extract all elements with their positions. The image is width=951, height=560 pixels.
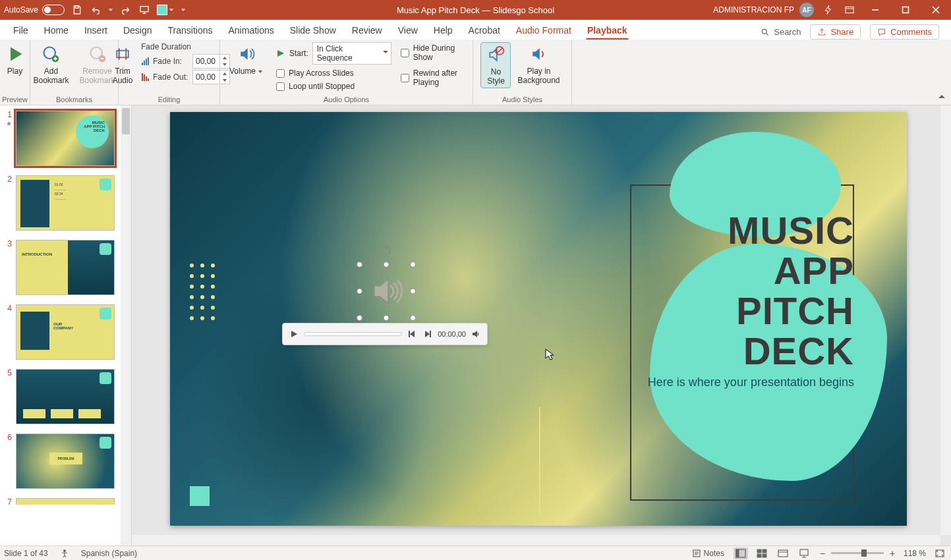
tab-file[interactable]: File	[5, 21, 36, 40]
tab-design[interactable]: Design	[115, 21, 160, 40]
shape-fill-quick[interactable]	[157, 5, 174, 15]
slide-position[interactable]: Slide 1 of 43	[4, 549, 48, 558]
fade-in-label: Fade In:	[153, 57, 190, 66]
save-icon[interactable]	[71, 4, 83, 16]
fade-out-input[interactable]	[193, 71, 219, 83]
resize-handle[interactable]	[357, 262, 362, 267]
slideshow-view-button[interactable]	[797, 547, 811, 559]
player-volume-icon[interactable]	[470, 328, 482, 340]
player-skip-forward-icon[interactable]	[422, 328, 434, 340]
player-play-icon[interactable]	[288, 328, 300, 340]
zoom-out-button[interactable]: −	[818, 549, 827, 558]
present-from-beginning-icon[interactable]	[138, 4, 150, 16]
play-in-background-button[interactable]: Play in Background	[513, 42, 563, 88]
redo-icon[interactable]	[120, 4, 132, 16]
volume-button[interactable]: Volume	[225, 42, 267, 78]
undo-dropdown-icon[interactable]	[108, 7, 113, 13]
autosave-toggle[interactable]: AutoSave	[4, 5, 65, 15]
group-label-bookmarks: Bookmarks	[56, 94, 92, 103]
play-button[interactable]: Play	[1, 42, 30, 78]
resize-handle[interactable]	[357, 289, 362, 294]
comments-button[interactable]: Comments	[870, 24, 939, 40]
notes-button[interactable]: Notes	[689, 549, 727, 558]
tab-acrobat[interactable]: Acrobat	[461, 21, 508, 40]
tab-transitions[interactable]: Transitions	[160, 21, 221, 40]
slide-canvas[interactable]: MUSIC APP PITCH DECK Here is where your …	[170, 112, 907, 526]
slide-sorter-view-button[interactable]	[755, 547, 769, 559]
accessibility-checker-button[interactable]	[57, 549, 72, 558]
fit-to-window-button[interactable]	[933, 547, 947, 559]
notes-icon	[692, 549, 701, 558]
resize-handle[interactable]	[410, 262, 416, 267]
resize-handle[interactable]	[410, 289, 416, 294]
tab-home[interactable]: Home	[36, 21, 76, 40]
slide-editor[interactable]: MUSIC APP PITCH DECK Here is where your …	[132, 105, 951, 546]
coming-soon-icon[interactable]	[822, 3, 835, 16]
search-placeholder: Search	[774, 27, 801, 37]
editor-vertical-scrollbar[interactable]	[940, 105, 951, 535]
editor-horizontal-scrollbar[interactable]	[132, 535, 940, 546]
resize-handle[interactable]	[384, 315, 389, 321]
tab-help[interactable]: Help	[426, 21, 461, 40]
zoom-track[interactable]	[831, 552, 884, 554]
trim-audio-button[interactable]: Trim Audio	[108, 42, 137, 87]
tab-insert[interactable]: Insert	[76, 21, 115, 40]
audio-object[interactable]	[360, 265, 413, 318]
tab-review[interactable]: Review	[344, 21, 390, 40]
resize-handle[interactable]	[357, 315, 362, 321]
player-seek-track[interactable]	[304, 332, 402, 336]
group-label-audio-styles: Audio Styles	[502, 94, 542, 103]
ribbon-display-options-icon[interactable]	[843, 3, 856, 16]
search-input[interactable]: Search	[761, 27, 801, 37]
tab-slideshow[interactable]: Slide Show	[282, 21, 344, 40]
speaker-icon	[360, 265, 413, 318]
normal-view-button[interactable]	[734, 547, 748, 559]
slide-thumbnail-5[interactable]: 5	[3, 369, 119, 424]
audio-player-bar[interactable]: 00:00,00	[282, 323, 488, 345]
add-bookmark-button[interactable]: Add Bookmark	[29, 42, 72, 87]
tab-audio-format[interactable]: Audio Format	[508, 21, 579, 40]
player-skip-back-icon[interactable]	[406, 328, 418, 340]
no-style-button[interactable]: No Style	[480, 42, 511, 88]
account-button[interactable]: ADMINISTRACION FP AF	[713, 3, 814, 17]
maximize-button[interactable]	[894, 0, 917, 20]
resize-handle[interactable]	[384, 262, 389, 267]
zoom-in-button[interactable]: +	[888, 549, 897, 558]
slide-thumbnail-6[interactable]: 6 PROBLEM	[3, 434, 119, 489]
rewind-after-playing-checkbox[interactable]: Rewind after Playing	[401, 69, 467, 87]
ribbon-tabs: File Home Insert Design Transitions Anim…	[0, 20, 951, 40]
slide-thumbnail-4[interactable]: 4 OURCOMPANY	[3, 304, 119, 360]
customize-qat-icon[interactable]	[181, 7, 186, 13]
language-label[interactable]: Spanish (Spain)	[81, 549, 137, 558]
slide-subtitle[interactable]: Here is where your presentation begins	[643, 376, 854, 389]
slide-thumbnail-1[interactable]: 1★ MUSICAPP PITCHDECK	[3, 111, 119, 166]
undo-icon[interactable]	[90, 4, 101, 16]
tab-view[interactable]: View	[390, 21, 426, 40]
zoom-slider[interactable]: − +	[818, 549, 897, 558]
autosave-switch[interactable]	[42, 5, 65, 15]
slide-thumbnail-3[interactable]: 3 INTRODUCTION	[3, 240, 119, 295]
tab-playback[interactable]: Playback	[579, 21, 635, 40]
start-select[interactable]: In Click Sequence	[312, 42, 391, 65]
ribbon-playback: Play Preview Add Bookmark Remove Bookmar…	[0, 40, 951, 105]
hide-during-show-checkbox[interactable]: Hide During Show	[401, 43, 467, 62]
share-button[interactable]: Share	[810, 24, 861, 40]
add-bookmark-icon	[40, 43, 61, 65]
loop-until-stopped-checkbox[interactable]: Loop until Stopped	[276, 82, 391, 91]
slide-thumbnail-7[interactable]: 7	[3, 498, 119, 505]
collapse-ribbon-icon[interactable]	[937, 92, 947, 102]
close-button[interactable]	[925, 0, 947, 20]
slide-thumbnail-2[interactable]: 2 01 02────────03 04────────	[3, 175, 119, 231]
color-dropdown-icon[interactable]	[169, 7, 174, 13]
rotate-handle-icon[interactable]	[381, 245, 391, 256]
thumbnails-scrollbar[interactable]	[121, 105, 131, 546]
play-across-slides-checkbox[interactable]: Play Across Slides	[276, 69, 391, 78]
slide-title[interactable]: MUSIC APP PITCH DECK	[656, 211, 854, 372]
zoom-percent[interactable]: 118 %	[904, 549, 926, 558]
fade-in-input[interactable]	[193, 55, 219, 67]
color-well-icon	[157, 5, 167, 15]
resize-handle[interactable]	[410, 315, 416, 321]
tab-animations[interactable]: Animations	[220, 21, 281, 40]
minimize-button[interactable]	[864, 0, 886, 20]
reading-view-button[interactable]	[776, 547, 790, 559]
